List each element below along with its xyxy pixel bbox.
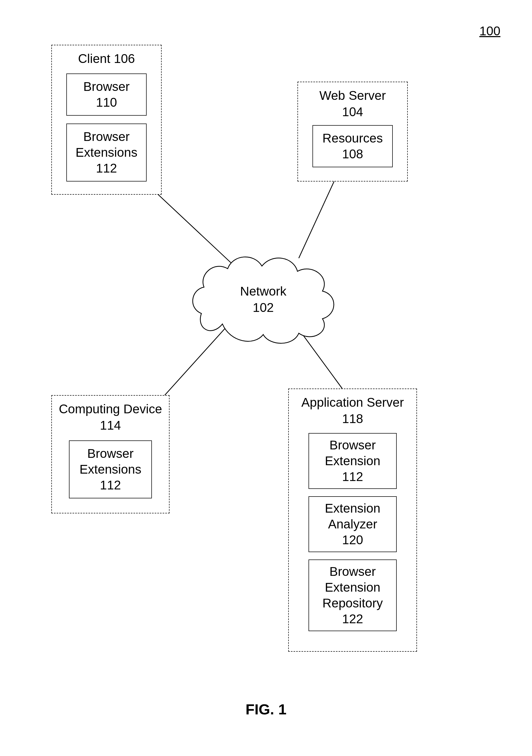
device-extensions-box: Browser Extensions 112 <box>69 441 152 499</box>
client-box: Client 106 Browser 110 Browser Extension… <box>51 45 162 195</box>
webserver-box: Web Server 104 Resources 108 <box>297 82 408 181</box>
client-ext-line2: Extensions <box>67 145 146 160</box>
app-ana-line2: Analyzer <box>309 516 396 532</box>
diagram-page: 100 Network 102 Client 106 Browser 110 B… <box>0 0 532 756</box>
app-ext-line3: 112 <box>309 469 396 485</box>
cloud-name: Network <box>188 283 338 300</box>
appserver-repository-box: Browser Extension Repository 122 <box>309 559 397 631</box>
dev-ext-line1: Browser <box>69 446 151 462</box>
appserver-extension-box: Browser Extension 112 <box>309 433 397 489</box>
app-ana-line3: 120 <box>309 532 396 548</box>
client-title: Client 106 <box>52 51 161 67</box>
client-browser-box: Browser 110 <box>66 73 147 116</box>
device-title2: 114 <box>52 417 169 434</box>
webserver-title2: 104 <box>298 104 407 120</box>
computing-device-box: Computing Device 114 Browser Extensions … <box>51 395 169 513</box>
cloud-ref: 102 <box>188 300 338 316</box>
application-server-box: Application Server 118 Browser Extension… <box>288 389 417 652</box>
app-ana-line1: Extension <box>309 500 396 516</box>
appserver-title1: Application Server <box>289 394 417 411</box>
webserver-resources-box: Resources 108 <box>313 125 393 167</box>
res-line2: 108 <box>313 146 392 162</box>
client-extensions-box: Browser Extensions 112 <box>66 123 147 181</box>
webserver-title1: Web Server <box>298 88 407 104</box>
app-repo-line3: Repository <box>309 595 396 611</box>
appserver-analyzer-box: Extension Analyzer 120 <box>309 496 397 552</box>
appserver-title2: 118 <box>289 411 417 427</box>
app-repo-line2: Extension <box>309 580 396 595</box>
res-line1: Resources <box>313 130 392 146</box>
app-ext-line1: Browser <box>309 437 396 453</box>
client-ext-line3: 112 <box>67 160 146 176</box>
client-browser-line2: 110 <box>67 94 146 110</box>
device-title1: Computing Device <box>52 401 169 417</box>
dev-ext-line3: 112 <box>69 477 151 493</box>
network-cloud-label: Network 102 <box>188 283 338 316</box>
app-ext-line2: Extension <box>309 453 396 469</box>
client-ext-line1: Browser <box>67 129 146 145</box>
app-repo-line4: 122 <box>309 611 396 627</box>
figure-caption: FIG. 1 <box>0 701 532 718</box>
app-repo-line1: Browser <box>309 564 396 580</box>
client-browser-line1: Browser <box>67 79 146 94</box>
network-cloud: Network 102 <box>188 242 338 348</box>
dev-ext-line2: Extensions <box>69 462 151 477</box>
